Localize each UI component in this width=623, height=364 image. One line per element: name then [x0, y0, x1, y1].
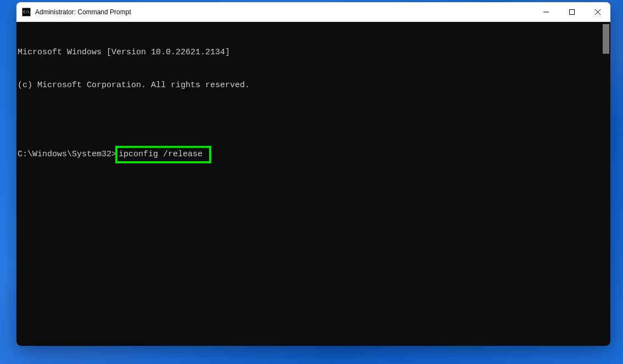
command-highlight: ipconfig /release	[115, 146, 211, 163]
terminal-command: ipconfig /release	[119, 150, 203, 159]
window-titlebar[interactable]: C:\ Administrator: Command Prompt	[16, 2, 610, 22]
cmd-icon-text: C:\	[23, 10, 29, 14]
window-title: Administrator: Command Prompt	[35, 8, 131, 16]
cmd-icon: C:\	[22, 8, 31, 16]
terminal-prompt-line: C:\Windows\System32>ipconfig /release	[18, 146, 610, 163]
terminal-scrollbar[interactable]	[603, 24, 609, 54]
window-controls	[533, 2, 610, 22]
terminal-prompt: C:\Windows\System32>	[18, 149, 116, 160]
close-icon	[595, 9, 600, 15]
command-prompt-window: C:\ Administrator: Command Prompt	[16, 2, 610, 346]
terminal-header-line: Microsoft Windows [Version 10.0.22621.21…	[18, 47, 610, 58]
maximize-button[interactable]	[559, 2, 585, 22]
minimize-icon	[543, 9, 549, 15]
close-button[interactable]	[585, 2, 610, 22]
terminal-area[interactable]: Microsoft Windows [Version 10.0.22621.21…	[16, 22, 610, 346]
maximize-icon	[569, 9, 575, 15]
minimize-button[interactable]	[533, 2, 559, 22]
terminal-copyright-line: (c) Microsoft Corporation. All rights re…	[18, 80, 610, 91]
terminal-blank-line	[18, 113, 610, 124]
svg-rect-1	[569, 10, 574, 15]
terminal-content: Microsoft Windows [Version 10.0.22621.21…	[16, 22, 610, 185]
